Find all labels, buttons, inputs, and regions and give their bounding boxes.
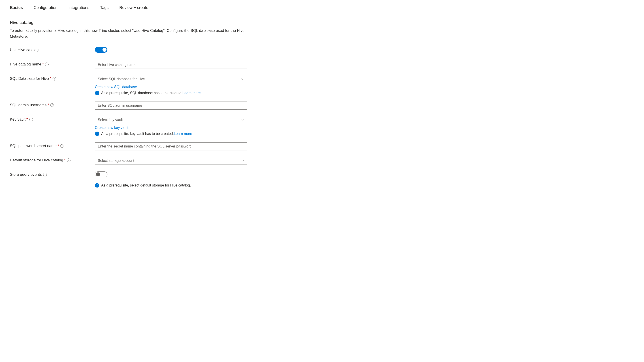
default-storage-label: Default storage for Hive catalog (10, 158, 63, 162)
chevron-down-icon (242, 159, 244, 162)
tab-tags[interactable]: Tags (100, 5, 108, 12)
sql-db-prereq-text: As a prerequisite, SQL database has to b… (101, 91, 182, 95)
info-icon[interactable]: i (50, 103, 54, 107)
create-sql-database-link[interactable]: Create new SQL database (95, 85, 247, 89)
key-vault-select[interactable]: Select key vault (95, 116, 247, 124)
hive-catalog-name-label: Hive catalog name (10, 62, 42, 67)
info-icon[interactable]: i (67, 158, 70, 162)
default-storage-select[interactable]: Select storage account (95, 157, 247, 165)
section-title: Hive catalog (10, 20, 634, 25)
tabs-nav: Basics Configuration Integrations Tags R… (10, 5, 634, 12)
info-badge-icon: i (95, 132, 99, 136)
hive-catalog-name-input[interactable] (95, 61, 247, 69)
tab-review-create[interactable]: Review + create (119, 5, 148, 12)
sql-admin-username-input[interactable] (95, 102, 247, 110)
tab-integrations[interactable]: Integrations (68, 5, 89, 12)
default-storage-placeholder: Select storage account (98, 159, 134, 163)
required-indicator: * (50, 76, 51, 81)
info-icon[interactable]: i (52, 77, 56, 80)
info-badge-icon: i (95, 183, 99, 188)
sql-password-secret-input[interactable] (95, 142, 247, 150)
required-indicator: * (58, 144, 59, 148)
chevron-down-icon (242, 78, 244, 80)
info-icon[interactable]: i (29, 118, 33, 121)
store-query-events-toggle[interactable] (95, 171, 108, 177)
tab-basics[interactable]: Basics (10, 5, 23, 12)
key-vault-prereq-text: As a prerequisite, key vault has to be c… (101, 132, 174, 136)
required-indicator: * (26, 117, 28, 122)
required-indicator: * (42, 62, 44, 67)
use-hive-catalog-toggle[interactable] (95, 47, 108, 53)
create-key-vault-link[interactable]: Create new key vault (95, 126, 247, 130)
sql-database-select[interactable]: Select SQL database for Hive (95, 75, 247, 83)
sql-db-learn-more-link[interactable]: Learn more (182, 91, 201, 95)
key-vault-learn-more-link[interactable]: Learn more (174, 132, 192, 136)
section-description: To automatically provision a Hive catalo… (10, 28, 247, 39)
key-vault-label: Key vault (10, 117, 26, 122)
sql-admin-username-label: SQL admin username (10, 103, 47, 107)
info-icon[interactable]: i (60, 144, 64, 148)
sql-database-label: SQL Database for Hive (10, 76, 49, 81)
key-vault-placeholder: Select key vault (98, 118, 123, 122)
required-indicator: * (64, 158, 66, 162)
store-query-events-label: Store query events (10, 172, 42, 177)
info-badge-icon: i (95, 91, 99, 95)
info-icon[interactable]: i (45, 63, 48, 66)
sql-database-placeholder: Select SQL database for Hive (98, 77, 145, 81)
use-hive-catalog-label: Use Hive catalog (10, 48, 39, 52)
info-icon[interactable]: i (43, 173, 47, 176)
chevron-down-icon (242, 119, 244, 121)
required-indicator: * (48, 103, 49, 107)
store-query-events-prereq-text: As a prerequisite, select default storag… (101, 183, 191, 188)
tab-configuration[interactable]: Configuration (34, 5, 58, 12)
sql-password-secret-label: SQL password secret name (10, 144, 56, 148)
